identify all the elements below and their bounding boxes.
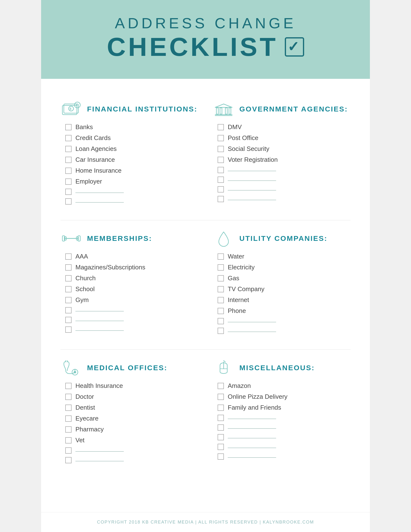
list-item[interactable]: Electricity <box>218 264 351 271</box>
list-item[interactable]: Family and Friends <box>218 404 351 411</box>
list-item[interactable]: Employer <box>65 178 198 185</box>
government-icon <box>213 101 234 117</box>
list-item[interactable]: Water <box>218 253 351 260</box>
list-item[interactable]: Banks <box>65 123 198 131</box>
checkbox[interactable] <box>218 253 224 260</box>
checkbox[interactable] <box>65 416 72 422</box>
list-item-blank[interactable] <box>218 318 351 324</box>
checkbox[interactable] <box>65 426 72 433</box>
list-item-blank[interactable] <box>65 457 198 463</box>
checkbox[interactable] <box>218 157 224 163</box>
checkbox[interactable] <box>218 434 224 440</box>
list-item-blank[interactable] <box>65 198 198 205</box>
checkbox[interactable] <box>218 135 224 141</box>
checkbox[interactable] <box>65 286 72 292</box>
list-item-blank[interactable] <box>65 447 198 454</box>
list-item-blank[interactable] <box>218 186 351 192</box>
checkbox[interactable] <box>218 444 224 450</box>
list-item[interactable]: Dentist <box>65 404 198 411</box>
list-item-blank[interactable] <box>65 189 198 195</box>
checkbox[interactable] <box>218 196 224 202</box>
list-item[interactable]: Social Security <box>218 145 351 152</box>
list-item[interactable]: Amazon <box>218 382 351 390</box>
checkbox[interactable] <box>65 157 72 163</box>
list-item-blank[interactable] <box>218 328 351 334</box>
list-item[interactable]: Phone <box>218 307 351 315</box>
checkbox[interactable] <box>65 198 72 205</box>
checkbox[interactable] <box>218 383 224 389</box>
checkbox[interactable] <box>218 286 224 292</box>
checkbox[interactable] <box>218 318 224 324</box>
checkbox[interactable] <box>218 453 224 460</box>
section-misc: MISCELLANEOUS: Amazon Online Pizza Deliv… <box>213 352 351 476</box>
list-item-blank[interactable] <box>65 317 198 323</box>
checkbox[interactable] <box>65 297 72 303</box>
list-item-blank[interactable] <box>218 177 351 183</box>
list-item-blank[interactable] <box>65 326 198 333</box>
list-item[interactable]: Church <box>65 275 198 282</box>
checkbox[interactable] <box>65 405 72 411</box>
list-item-blank[interactable] <box>218 453 351 460</box>
checkbox[interactable] <box>65 326 72 333</box>
list-item[interactable]: Eyecare <box>65 415 198 422</box>
list-item[interactable]: Car Insurance <box>65 156 198 163</box>
list-item-blank[interactable] <box>218 167 351 173</box>
list-item[interactable]: Doctor <box>65 393 198 400</box>
checkbox[interactable] <box>65 253 72 260</box>
list-item[interactable]: School <box>65 285 198 293</box>
checkbox[interactable] <box>218 177 224 183</box>
checkbox[interactable] <box>218 146 224 152</box>
checkbox[interactable] <box>218 415 224 421</box>
list-item[interactable]: Gas <box>218 275 351 282</box>
checkbox[interactable] <box>218 405 224 411</box>
checkbox[interactable] <box>65 264 72 271</box>
list-item[interactable]: TV Company <box>218 285 351 293</box>
checkbox[interactable] <box>65 275 72 282</box>
checkbox[interactable] <box>218 394 224 400</box>
svg-line-26 <box>224 361 225 362</box>
checkbox[interactable] <box>218 167 224 173</box>
checkbox[interactable] <box>218 186 224 192</box>
checkbox[interactable] <box>218 328 224 334</box>
checkbox[interactable] <box>65 189 72 195</box>
list-item-blank[interactable] <box>218 434 351 440</box>
checkbox[interactable] <box>218 275 224 282</box>
checkbox[interactable] <box>65 394 72 400</box>
list-item[interactable]: Post Office <box>218 134 351 142</box>
checkbox[interactable] <box>65 383 72 389</box>
list-item[interactable]: Gym <box>65 296 198 304</box>
checkbox[interactable] <box>65 168 72 174</box>
checkbox[interactable] <box>218 124 224 130</box>
list-item[interactable]: Voter Registration <box>218 156 351 163</box>
checkbox[interactable] <box>65 457 72 463</box>
checkbox[interactable] <box>218 297 224 303</box>
list-item-blank[interactable] <box>218 415 351 421</box>
list-item-blank[interactable] <box>218 424 351 431</box>
list-item-blank[interactable] <box>218 444 351 450</box>
checkbox[interactable] <box>65 124 72 130</box>
list-item[interactable]: Online Pizza Delivery <box>218 393 351 400</box>
checkbox[interactable] <box>65 179 72 185</box>
checkbox[interactable] <box>65 317 72 323</box>
checkbox[interactable] <box>218 264 224 271</box>
checkbox[interactable] <box>65 135 72 141</box>
checkbox[interactable] <box>65 437 72 444</box>
checkbox[interactable] <box>65 447 72 454</box>
checkbox[interactable] <box>218 424 224 431</box>
checkbox[interactable] <box>65 146 72 152</box>
list-item-blank[interactable] <box>65 307 198 314</box>
list-item[interactable]: AAA <box>65 253 198 260</box>
list-item-blank[interactable] <box>218 196 351 202</box>
list-item[interactable]: Magazines/Subscriptions <box>65 264 198 271</box>
checkbox[interactable] <box>65 307 72 314</box>
list-item[interactable]: Pharmacy <box>65 426 198 433</box>
list-item[interactable]: Internet <box>218 296 351 304</box>
list-item[interactable]: DMV <box>218 123 351 131</box>
list-item[interactable]: Loan Agencies <box>65 145 198 152</box>
list-item[interactable]: Health Insurance <box>65 382 198 390</box>
list-item[interactable]: Home Insurance <box>65 167 198 174</box>
list-item[interactable]: Vet <box>65 437 198 444</box>
list-item[interactable]: Credit Cards <box>65 134 198 142</box>
misc-title: MISCELLANEOUS: <box>239 364 315 372</box>
checkbox[interactable] <box>218 308 224 314</box>
